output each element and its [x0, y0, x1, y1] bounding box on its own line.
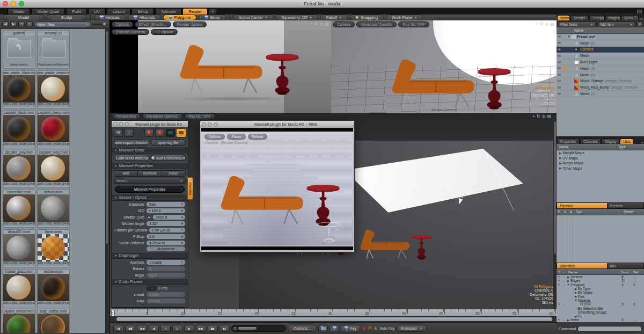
thumbnail-size-slider[interactable] [93, 24, 107, 25]
preset-item[interactable]: carpaint_grey.mxm 200 x 200, RGB (24-Bit… [3, 150, 35, 188]
tab-add[interactable]: + [209, 8, 216, 14]
transport-options-button[interactable]: Options... [288, 325, 317, 332]
bounds-mode-button[interactable]: +Bounds [128, 14, 161, 20]
zclip-toggle[interactable] [147, 286, 156, 291]
falloff-dropdown[interactable]: Falloff▼ [320, 14, 348, 20]
stat-row[interactable]: +-▶Items0... [557, 318, 644, 322]
red-actor-icon[interactable]: ♟ [362, 326, 366, 331]
tab-pipeline[interactable]: Pipeline [557, 202, 608, 209]
key-button[interactable]: Key [341, 325, 360, 332]
visibility-eye-icon[interactable] [558, 86, 561, 89]
advanced-opengl-tab[interactable]: Advanced OpenGL [142, 113, 183, 119]
maxwell-properties-section-header[interactable]: ▼Maxwell Properties [112, 162, 188, 169]
command-input[interactable] [577, 326, 642, 332]
preset-item[interactable]: abs_plastic_black.mxm 200 x 200, RGB (24… [3, 70, 35, 108]
stat-row[interactable]: +-灯光0130 [557, 302, 644, 306]
visibility-eye-icon[interactable] [558, 80, 561, 82]
load-mxm-material-button[interactable]: Load MXM material [114, 155, 149, 161]
preset-item[interactable]: carpaint_ivory.mxm 200 x 200, RGB (24-Bi… [37, 150, 70, 188]
items-mode-button[interactable]: Items [199, 14, 225, 20]
rotate-icon[interactable]: ↻ [540, 21, 544, 26]
tab-animate[interactable]: Animate [155, 8, 182, 14]
preset-item[interactable]: carpaint_black.mxm 200 x 200, RGB (24-Bi… [3, 110, 35, 148]
render-effect-button[interactable]: Effect: (Shadin... [135, 21, 171, 27]
item-row[interactable]: ▼ Freud.lxo* [557, 34, 644, 40]
rotate-icon[interactable]: ↻ [314, 21, 318, 26]
add-button[interactable]: Add [114, 171, 138, 176]
fire-window-icon[interactable] [177, 129, 186, 137]
visibility-eye-icon[interactable] [558, 74, 561, 76]
preview-window-icon[interactable] [166, 129, 175, 137]
tab-scroll-left-icon[interactable]: ◂ [639, 17, 641, 20]
add-environment-button[interactable]: Add Environment [151, 155, 186, 161]
render-preview-viewport[interactable]: Options Effect: (Shadin... Render Update… [110, 20, 331, 113]
fire-reload-button[interactable]: Reload [248, 134, 268, 140]
viewport-menu-icon[interactable]: ▤ [325, 21, 329, 26]
visibility-eye-icon[interactable] [558, 67, 561, 69]
previous-key-button[interactable]: ◀▮ [125, 325, 135, 332]
list-item[interactable]: ▶Weight Maps [557, 150, 644, 156]
close-icon[interactable] [202, 122, 206, 127]
render-camera-button[interactable]: (Render Camera) [112, 29, 149, 35]
frame-back-button[interactable]: ◀ [149, 325, 159, 332]
filter-items-dropdown[interactable]: Filter Items▼ [558, 21, 596, 27]
rotate-icon[interactable]: ↻ [537, 114, 540, 119]
stat-row[interactable]: ▶By Vertex [557, 291, 644, 294]
stat-row[interactable]: Smoothing Groups [557, 310, 644, 314]
reset-button[interactable]: Reset [162, 171, 185, 176]
keyframe-shield-button[interactable] [330, 325, 339, 332]
list-item[interactable]: ▶Other Maps [557, 166, 644, 171]
stat-row[interactable]: +-▶Edges10... [557, 279, 644, 282]
tab-uv[interactable]: UV [88, 8, 105, 14]
render-update-button[interactable]: Render Update [173, 21, 207, 27]
tab-presets[interactable]: Presets [608, 202, 644, 209]
stat-row[interactable]: ▶GL [557, 314, 644, 318]
open-log-file-button[interactable]: open log file [151, 139, 186, 146]
maxwell-properties-header[interactable]: Maxwell Properties› [115, 186, 185, 193]
back-icon[interactable]: ◀ [2, 21, 9, 27]
item-row[interactable]: Mesh(3) [557, 72, 644, 78]
ray-gl-tab[interactable]: Ray GL: OFF [184, 113, 215, 119]
maxwell-fire-window[interactable]: Maxwell plugin for Modo R2 – FIRE Option… [200, 120, 355, 252]
zoom-icon[interactable]: ◎ [319, 21, 323, 26]
pan-icon[interactable]: + [536, 21, 538, 26]
sensor-optics-section-header[interactable]: ▼Sensor / Optics [112, 194, 188, 201]
go-to-end-button[interactable]: ▶| [219, 325, 230, 332]
tab-lists[interactable]: Lists [620, 139, 633, 144]
list-item[interactable]: ▶Morph Maps [557, 161, 644, 166]
tab-info[interactable]: Info [608, 263, 644, 269]
remove-button[interactable]: Remove [138, 171, 162, 176]
perspective-view-tab[interactable]: Perspective [112, 113, 141, 119]
ring-icon[interactable]: ◎ [368, 326, 372, 331]
item-row[interactable]: Mesh(5) [557, 66, 644, 72]
frame-forward-button[interactable]: ▶ [184, 325, 194, 332]
tab-properties[interactable]: Properties [557, 139, 580, 144]
open-export-directory-button[interactable]: open export directory [114, 139, 149, 146]
animated-dropdown[interactable]: Animated▼ [397, 325, 427, 332]
shutter-angle-field[interactable]: 4.32°▶ [147, 221, 185, 226]
play-reverse-button[interactable]: ◁ [160, 325, 171, 332]
tab-images[interactable]: Images [605, 15, 621, 20]
visibility-eye-icon[interactable] [558, 61, 561, 63]
shutter-radio[interactable] [147, 215, 151, 219]
camera-viewport[interactable]: Camera Advanced OpenGL Ray GL: OFF + ↻ ◎… [331, 20, 557, 113]
vertices-mode-button[interactable]: Vertices [94, 14, 126, 20]
item-row[interactable]: Mesh(2) [557, 40, 644, 47]
preset-item[interactable]: leather.mxm 200 x 200, RGB (24-Bit) [37, 269, 70, 307]
current-frame-field[interactable]: 0 [231, 325, 286, 332]
item-row[interactable]: Wool_Orange(Image) (Texture) [557, 78, 644, 85]
diaphragm-section-header[interactable]: ▼Diaphragm [112, 252, 188, 259]
camera-view-tab[interactable]: Camera [333, 21, 355, 27]
zoom-icon[interactable]: ◎ [545, 21, 548, 26]
symmetry-dropdown[interactable]: Symmetry: Off▼ [276, 14, 318, 20]
fire-options-button[interactable]: Options [204, 134, 225, 140]
up-directory-icon[interactable]: ↰ [18, 21, 25, 27]
play-button[interactable]: ▷ [172, 325, 182, 332]
tab-scroll-right-icon[interactable]: ▸ [642, 140, 643, 144]
preset-item[interactable]: carpaint_cherry.mxm 200 x 200, RGB (24-B… [37, 110, 70, 148]
visibility-eye-icon[interactable] [558, 48, 561, 50]
snapping-button[interactable]: Snapping [350, 14, 384, 20]
autofocus-button[interactable]: Autofocus [147, 246, 185, 251]
preset-item[interactable]: default.mxm 200 x 200, RGB (24-Bit) [37, 190, 70, 228]
close-icon[interactable] [113, 122, 118, 126]
